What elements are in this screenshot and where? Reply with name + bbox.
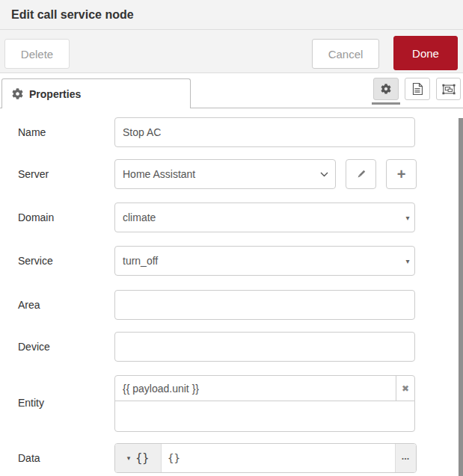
properties-tab-button[interactable] bbox=[373, 78, 399, 100]
pencil-icon bbox=[355, 169, 367, 180]
gear-icon bbox=[381, 84, 391, 94]
name-label: Name bbox=[18, 117, 108, 147]
dialog-header: Edit call service node bbox=[0, 0, 463, 30]
server-select-value: Home Assistant bbox=[115, 168, 313, 180]
area-label: Area bbox=[18, 290, 108, 320]
remove-entity-button[interactable]: ✖ bbox=[396, 376, 414, 401]
active-tab-underline bbox=[372, 102, 400, 105]
add-server-button[interactable]: + bbox=[386, 159, 417, 189]
entity-list-item: {{ payload.unit }} ✖ bbox=[114, 375, 415, 401]
plus-icon: + bbox=[397, 166, 406, 183]
domain-label: Domain bbox=[18, 203, 108, 232]
domain-input[interactable] bbox=[114, 203, 415, 232]
ellipsis-icon: ••• bbox=[402, 456, 409, 461]
object-group-icon bbox=[442, 84, 456, 95]
entity-label: Entity bbox=[18, 388, 108, 418]
cancel-button[interactable]: Cancel bbox=[312, 39, 379, 69]
entity-item-value[interactable]: {{ payload.unit }} bbox=[115, 376, 396, 401]
caret-down-icon: ▾ bbox=[127, 454, 131, 462]
server-select[interactable]: Home Assistant bbox=[114, 159, 336, 189]
json-type-icon: {} bbox=[135, 451, 149, 465]
data-typed-input: ▾ {} {} ••• bbox=[114, 443, 417, 473]
done-button[interactable]: Done bbox=[393, 36, 458, 70]
editor-tab-bar: Properties bbox=[0, 73, 463, 108]
service-label: Service bbox=[18, 246, 108, 276]
scrollbar[interactable] bbox=[459, 118, 463, 476]
file-text-icon bbox=[412, 83, 423, 95]
entity-new-input[interactable] bbox=[114, 401, 415, 432]
edit-server-button[interactable] bbox=[346, 159, 376, 189]
chevron-down-icon bbox=[313, 172, 335, 177]
data-label: Data bbox=[18, 443, 108, 473]
server-label: Server bbox=[18, 159, 108, 189]
remove-icon: ✖ bbox=[402, 383, 409, 394]
device-input[interactable] bbox=[114, 332, 415, 362]
name-input[interactable] bbox=[114, 117, 415, 147]
tab-properties[interactable]: Properties bbox=[1, 78, 191, 108]
appearance-tab-button[interactable] bbox=[436, 78, 461, 100]
data-type-button[interactable]: ▾ {} bbox=[115, 444, 162, 472]
expand-editor-button[interactable]: ••• bbox=[395, 444, 416, 472]
device-label: Device bbox=[18, 332, 108, 362]
dialog-button-bar: Delete Cancel Done bbox=[0, 30, 463, 73]
description-tab-button[interactable] bbox=[405, 78, 430, 100]
service-input[interactable] bbox=[114, 246, 415, 276]
dialog-title: Edit call service node bbox=[11, 0, 134, 29]
edit-node-dialog: Edit call service node Delete Cancel Don… bbox=[0, 0, 463, 476]
tab-properties-label: Properties bbox=[29, 88, 81, 100]
properties-form: Name Server Home Assistant + D bbox=[0, 108, 463, 476]
area-input[interactable] bbox=[114, 290, 415, 320]
data-value[interactable]: {} bbox=[162, 444, 395, 472]
delete-button[interactable]: Delete bbox=[4, 39, 70, 69]
gear-icon bbox=[12, 88, 23, 99]
